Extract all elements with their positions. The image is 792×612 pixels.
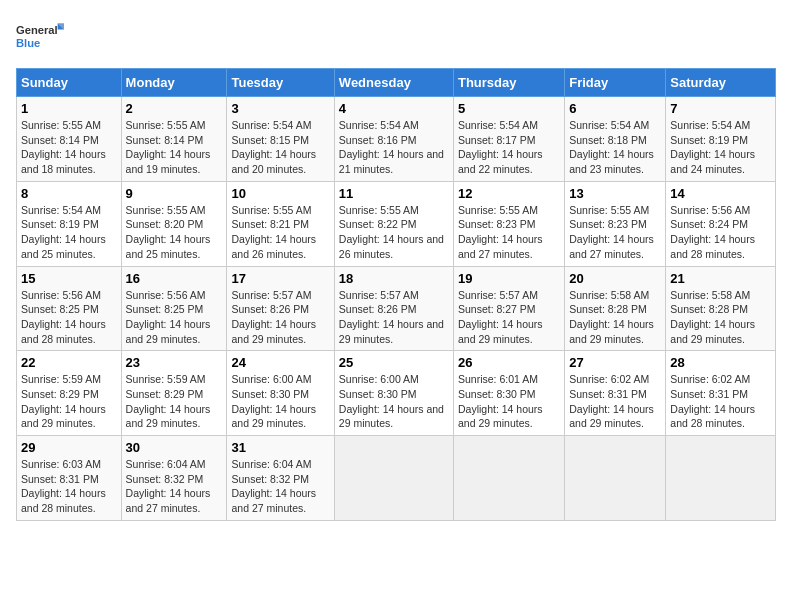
day-info: Sunrise: 5:54 AMSunset: 8:19 PMDaylight:… (21, 203, 117, 262)
calendar-day-cell: 3Sunrise: 5:54 AMSunset: 8:15 PMDaylight… (227, 97, 334, 182)
day-info: Sunrise: 5:59 AMSunset: 8:29 PMDaylight:… (126, 372, 223, 431)
calendar-week-row: 1Sunrise: 5:55 AMSunset: 8:14 PMDaylight… (17, 97, 776, 182)
calendar-day-cell: 13Sunrise: 5:55 AMSunset: 8:23 PMDayligh… (565, 181, 666, 266)
day-info: Sunrise: 5:54 AMSunset: 8:15 PMDaylight:… (231, 118, 329, 177)
calendar-header-row: SundayMondayTuesdayWednesdayThursdayFrid… (17, 69, 776, 97)
calendar-day-cell: 26Sunrise: 6:01 AMSunset: 8:30 PMDayligh… (453, 351, 564, 436)
day-info: Sunrise: 5:57 AMSunset: 8:27 PMDaylight:… (458, 288, 560, 347)
calendar-week-row: 22Sunrise: 5:59 AMSunset: 8:29 PMDayligh… (17, 351, 776, 436)
day-number: 26 (458, 355, 560, 370)
svg-text:General: General (16, 24, 58, 36)
calendar-day-cell: 22Sunrise: 5:59 AMSunset: 8:29 PMDayligh… (17, 351, 122, 436)
day-info: Sunrise: 5:57 AMSunset: 8:26 PMDaylight:… (339, 288, 449, 347)
day-number: 13 (569, 186, 661, 201)
day-info: Sunrise: 5:56 AMSunset: 8:25 PMDaylight:… (126, 288, 223, 347)
header: General Blue (16, 16, 776, 56)
day-info: Sunrise: 6:04 AMSunset: 8:32 PMDaylight:… (126, 457, 223, 516)
day-number: 17 (231, 271, 329, 286)
header-wednesday: Wednesday (334, 69, 453, 97)
calendar-day-cell: 28Sunrise: 6:02 AMSunset: 8:31 PMDayligh… (666, 351, 776, 436)
empty-cell (334, 436, 453, 521)
day-info: Sunrise: 5:55 AMSunset: 8:20 PMDaylight:… (126, 203, 223, 262)
day-number: 21 (670, 271, 771, 286)
day-number: 14 (670, 186, 771, 201)
day-number: 9 (126, 186, 223, 201)
header-sunday: Sunday (17, 69, 122, 97)
calendar-day-cell: 19Sunrise: 5:57 AMSunset: 8:27 PMDayligh… (453, 266, 564, 351)
day-number: 23 (126, 355, 223, 370)
calendar-day-cell: 1Sunrise: 5:55 AMSunset: 8:14 PMDaylight… (17, 97, 122, 182)
calendar-day-cell: 17Sunrise: 5:57 AMSunset: 8:26 PMDayligh… (227, 266, 334, 351)
empty-cell (453, 436, 564, 521)
day-number: 24 (231, 355, 329, 370)
calendar-day-cell: 11Sunrise: 5:55 AMSunset: 8:22 PMDayligh… (334, 181, 453, 266)
day-number: 2 (126, 101, 223, 116)
calendar-day-cell: 27Sunrise: 6:02 AMSunset: 8:31 PMDayligh… (565, 351, 666, 436)
svg-text:Blue: Blue (16, 37, 40, 49)
day-info: Sunrise: 5:57 AMSunset: 8:26 PMDaylight:… (231, 288, 329, 347)
day-info: Sunrise: 6:03 AMSunset: 8:31 PMDaylight:… (21, 457, 117, 516)
calendar-day-cell: 9Sunrise: 5:55 AMSunset: 8:20 PMDaylight… (121, 181, 227, 266)
day-info: Sunrise: 6:00 AMSunset: 8:30 PMDaylight:… (339, 372, 449, 431)
day-number: 5 (458, 101, 560, 116)
header-thursday: Thursday (453, 69, 564, 97)
day-number: 15 (21, 271, 117, 286)
calendar-day-cell: 25Sunrise: 6:00 AMSunset: 8:30 PMDayligh… (334, 351, 453, 436)
day-number: 29 (21, 440, 117, 455)
calendar-day-cell: 31Sunrise: 6:04 AMSunset: 8:32 PMDayligh… (227, 436, 334, 521)
day-number: 4 (339, 101, 449, 116)
day-info: Sunrise: 5:55 AMSunset: 8:22 PMDaylight:… (339, 203, 449, 262)
day-number: 27 (569, 355, 661, 370)
calendar-day-cell: 14Sunrise: 5:56 AMSunset: 8:24 PMDayligh… (666, 181, 776, 266)
day-number: 1 (21, 101, 117, 116)
day-info: Sunrise: 5:59 AMSunset: 8:29 PMDaylight:… (21, 372, 117, 431)
calendar-day-cell: 20Sunrise: 5:58 AMSunset: 8:28 PMDayligh… (565, 266, 666, 351)
calendar-day-cell: 15Sunrise: 5:56 AMSunset: 8:25 PMDayligh… (17, 266, 122, 351)
day-info: Sunrise: 6:00 AMSunset: 8:30 PMDaylight:… (231, 372, 329, 431)
day-number: 28 (670, 355, 771, 370)
day-number: 3 (231, 101, 329, 116)
calendar-day-cell: 29Sunrise: 6:03 AMSunset: 8:31 PMDayligh… (17, 436, 122, 521)
day-number: 6 (569, 101, 661, 116)
calendar-day-cell: 30Sunrise: 6:04 AMSunset: 8:32 PMDayligh… (121, 436, 227, 521)
day-number: 18 (339, 271, 449, 286)
day-info: Sunrise: 6:02 AMSunset: 8:31 PMDaylight:… (569, 372, 661, 431)
calendar-day-cell: 5Sunrise: 5:54 AMSunset: 8:17 PMDaylight… (453, 97, 564, 182)
day-number: 25 (339, 355, 449, 370)
calendar-day-cell: 10Sunrise: 5:55 AMSunset: 8:21 PMDayligh… (227, 181, 334, 266)
day-number: 30 (126, 440, 223, 455)
day-info: Sunrise: 5:55 AMSunset: 8:23 PMDaylight:… (569, 203, 661, 262)
empty-cell (565, 436, 666, 521)
calendar-day-cell: 21Sunrise: 5:58 AMSunset: 8:28 PMDayligh… (666, 266, 776, 351)
calendar-day-cell: 16Sunrise: 5:56 AMSunset: 8:25 PMDayligh… (121, 266, 227, 351)
day-number: 31 (231, 440, 329, 455)
calendar-day-cell: 24Sunrise: 6:00 AMSunset: 8:30 PMDayligh… (227, 351, 334, 436)
day-info: Sunrise: 6:02 AMSunset: 8:31 PMDaylight:… (670, 372, 771, 431)
calendar-day-cell: 12Sunrise: 5:55 AMSunset: 8:23 PMDayligh… (453, 181, 564, 266)
calendar-day-cell: 6Sunrise: 5:54 AMSunset: 8:18 PMDaylight… (565, 97, 666, 182)
day-info: Sunrise: 5:54 AMSunset: 8:18 PMDaylight:… (569, 118, 661, 177)
calendar-week-row: 15Sunrise: 5:56 AMSunset: 8:25 PMDayligh… (17, 266, 776, 351)
day-info: Sunrise: 5:56 AMSunset: 8:24 PMDaylight:… (670, 203, 771, 262)
calendar-day-cell: 7Sunrise: 5:54 AMSunset: 8:19 PMDaylight… (666, 97, 776, 182)
day-number: 20 (569, 271, 661, 286)
header-saturday: Saturday (666, 69, 776, 97)
day-info: Sunrise: 6:01 AMSunset: 8:30 PMDaylight:… (458, 372, 560, 431)
calendar-week-row: 29Sunrise: 6:03 AMSunset: 8:31 PMDayligh… (17, 436, 776, 521)
day-info: Sunrise: 5:56 AMSunset: 8:25 PMDaylight:… (21, 288, 117, 347)
day-number: 16 (126, 271, 223, 286)
day-info: Sunrise: 5:58 AMSunset: 8:28 PMDaylight:… (569, 288, 661, 347)
day-info: Sunrise: 5:55 AMSunset: 8:14 PMDaylight:… (21, 118, 117, 177)
calendar-day-cell: 8Sunrise: 5:54 AMSunset: 8:19 PMDaylight… (17, 181, 122, 266)
day-number: 22 (21, 355, 117, 370)
empty-cell (666, 436, 776, 521)
day-number: 7 (670, 101, 771, 116)
logo-svg: General Blue (16, 16, 64, 56)
calendar-table: SundayMondayTuesdayWednesdayThursdayFrid… (16, 68, 776, 521)
day-info: Sunrise: 5:55 AMSunset: 8:14 PMDaylight:… (126, 118, 223, 177)
day-info: Sunrise: 5:58 AMSunset: 8:28 PMDaylight:… (670, 288, 771, 347)
day-number: 19 (458, 271, 560, 286)
day-number: 10 (231, 186, 329, 201)
day-number: 8 (21, 186, 117, 201)
header-tuesday: Tuesday (227, 69, 334, 97)
